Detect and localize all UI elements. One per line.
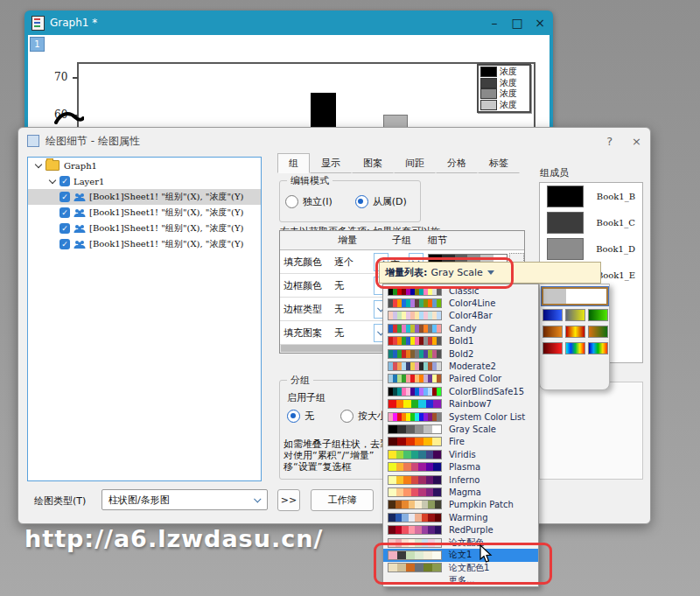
swatch-cell: [415, 564, 424, 571]
palette-name: 论文配色: [449, 536, 484, 549]
chart-legend[interactable]: 浓度浓度浓度浓度: [477, 64, 531, 113]
checkbox-checked-icon[interactable]: ✓: [60, 192, 70, 202]
tree-item-layer[interactable]: ✓ Layer1: [28, 173, 261, 189]
chevron-down-icon[interactable]: [49, 177, 56, 184]
palette-item[interactable]: 论文1: [383, 549, 538, 561]
tab-4[interactable]: 间距: [394, 153, 436, 173]
tree-item-plot[interactable]: ✓[Book1]Sheet1! "组别"(X), "浓度"(Y): [28, 205, 261, 221]
people-icon: [74, 193, 86, 202]
gradient-swatch[interactable]: [542, 342, 563, 354]
gradient-swatch[interactable]: [588, 342, 608, 354]
radio-selected-icon[interactable]: [287, 410, 300, 423]
watermark-url: http://a6.lzwdasu.cn/: [24, 525, 323, 552]
tree-item-plot[interactable]: ✓[Book1]Sheet1! "组别"(X), "浓度"(Y): [28, 189, 261, 205]
palette-item[interactable]: Color4Line: [383, 297, 538, 309]
increment-list-header[interactable]: 增量列表: Gray Scale: [379, 262, 601, 284]
palette-item[interactable]: Warming: [383, 511, 538, 523]
gradient-swatch[interactable]: [565, 326, 585, 338]
palette-swatch-strip: [388, 324, 442, 333]
swatch-cell: [433, 476, 441, 484]
dialog-titlebar[interactable]: 绘图细节 - 绘图属性: [18, 128, 650, 154]
palette-item[interactable]: 更多...: [383, 574, 538, 586]
gradient-swatch[interactable]: [565, 309, 585, 321]
radio-icon[interactable]: [340, 410, 354, 423]
close-icon[interactable]: ×: [632, 135, 641, 148]
checkbox-checked-icon[interactable]: ✓: [60, 207, 70, 218]
palette-item[interactable]: Color4Bar: [383, 310, 538, 322]
checkbox-checked-icon[interactable]: ✓: [60, 239, 70, 249]
tab-6[interactable]: 标签: [478, 153, 520, 173]
tree-item-plot[interactable]: ✓[Book1]Sheet1! "组别"(X), "浓度"(Y): [28, 221, 261, 236]
tab-3[interactable]: 图案: [352, 153, 394, 173]
tab-1[interactable]: 组: [277, 153, 310, 173]
palette-item[interactable]: Bold1: [383, 335, 538, 347]
swatch-cell: [418, 476, 426, 484]
palette-swatch-strip: [388, 349, 442, 359]
palette-item[interactable]: 论文配色: [383, 536, 538, 549]
workbook-button[interactable]: 工作簿: [311, 489, 374, 511]
tab-2[interactable]: 显示: [310, 153, 352, 173]
increment-value: 无: [334, 326, 344, 340]
checkbox-checked-icon[interactable]: ✓: [60, 223, 70, 234]
edit-mode-groupbox: 编辑模式 独立(I) 从属(D): [279, 180, 421, 222]
radio-dependent[interactable]: 从属(D): [355, 195, 407, 208]
minimize-icon[interactable]: –: [486, 16, 502, 30]
radio-icon[interactable]: [285, 195, 298, 208]
member-swatch: [547, 212, 584, 234]
palette-item[interactable]: 论文配色1: [383, 562, 538, 574]
palette-item[interactable]: Viridis: [383, 448, 538, 460]
tree-item-plot[interactable]: ✓[Book1]Sheet1! "组别"(X), "浓度"(Y): [28, 236, 261, 252]
radio-subgroup-none[interactable]: 无: [287, 410, 314, 423]
group-member-row[interactable]: Book1_D: [540, 235, 642, 262]
palette-item[interactable]: Candy: [383, 322, 538, 334]
palette-item[interactable]: Classic: [383, 284, 538, 297]
palette-item[interactable]: Bold2: [383, 347, 538, 360]
chart-bar[interactable]: [311, 93, 336, 131]
palette-item[interactable]: System Color List: [383, 410, 538, 423]
swatch-cell: [402, 539, 409, 547]
swatch-cell: [396, 476, 404, 484]
legend-swatch: [480, 67, 497, 77]
swatch-cell: [426, 488, 434, 496]
checkbox-checked-icon[interactable]: ✓: [60, 176, 70, 186]
gradient-swatch[interactable]: [588, 326, 608, 338]
tree-item-graph[interactable]: Graph1: [28, 158, 261, 173]
page-number-badge[interactable]: 1: [30, 37, 45, 52]
graph-window-titlebar[interactable]: Graph1 *: [24, 11, 553, 35]
swatch-cell: [388, 539, 396, 547]
palette-item[interactable]: Inferno: [383, 473, 538, 486]
palette-item[interactable]: Fire: [383, 436, 538, 448]
palette-item[interactable]: Gray Scale: [383, 423, 538, 435]
palette-item[interactable]: Rainbow7: [383, 398, 538, 410]
grouping-legend: 分组: [287, 374, 313, 387]
close-icon[interactable]: ×: [532, 16, 548, 30]
plot-type-select[interactable]: 柱状图/条形图: [102, 489, 268, 510]
chevron-down-icon: [487, 270, 494, 275]
palette-item[interactable]: Moderate2: [383, 360, 538, 372]
swatch-cell: [437, 299, 441, 307]
palette-item[interactable]: Paired Color: [383, 373, 538, 385]
help-icon[interactable]: ?: [606, 135, 612, 148]
group-member-row[interactable]: Book1_B: [540, 183, 642, 209]
expand-button[interactable]: >>: [277, 489, 300, 511]
palette-item[interactable]: Pumpkin Patch: [383, 499, 538, 511]
gradient-swatch[interactable]: [565, 342, 585, 354]
palette-item[interactable]: Plasma: [383, 460, 538, 473]
radio-selected-icon[interactable]: [355, 195, 368, 208]
chevron-down-icon[interactable]: [35, 161, 42, 168]
radio-independent[interactable]: 独立(I): [285, 195, 332, 208]
selected-palette-preview[interactable]: [542, 287, 608, 305]
gradient-swatch[interactable]: [588, 309, 608, 321]
gradient-swatch[interactable]: [542, 309, 563, 321]
palette-item[interactable]: ColorBlindSafe15: [383, 385, 538, 397]
plot-type-label: 绘图类型(T): [34, 494, 86, 508]
maximize-icon[interactable]: □: [509, 16, 525, 30]
palette-item[interactable]: Magma: [383, 486, 538, 498]
swatch-cell: [433, 400, 441, 408]
tab-5[interactable]: 分格: [436, 153, 478, 173]
gradient-swatch[interactable]: [542, 326, 563, 338]
swatch-cell: [418, 488, 426, 496]
palette-item[interactable]: RedPurple: [383, 523, 538, 536]
radio-subgroup-bysize[interactable]: 按大小: [340, 410, 387, 423]
group-member-row[interactable]: Book1_C: [540, 209, 642, 235]
